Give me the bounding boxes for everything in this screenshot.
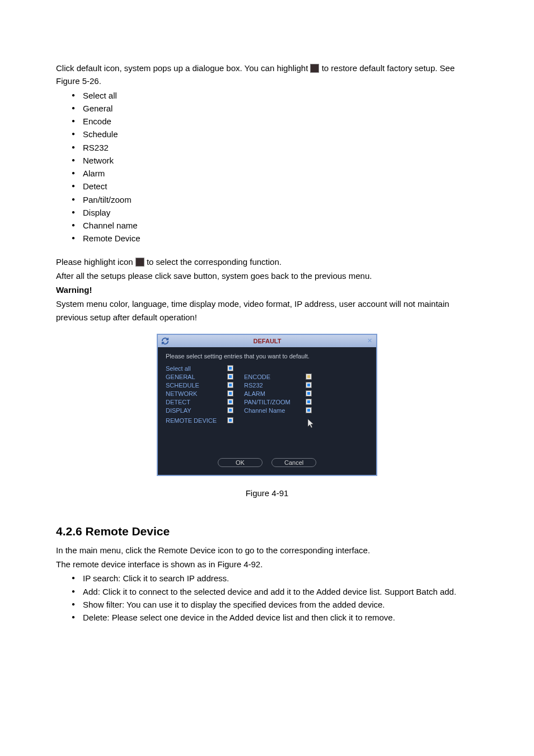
dialog-title: DEFAULT bbox=[170, 338, 365, 344]
list-item: Encode bbox=[72, 115, 478, 128]
paragraph-intro: Click default icon, system pops up a dia… bbox=[56, 62, 478, 88]
list-item-label: Delete: Please select one device in the … bbox=[83, 613, 395, 622]
option-label-alarm: ALARM bbox=[244, 390, 306, 397]
list-item: RS232 bbox=[72, 141, 478, 154]
checkbox-encode[interactable] bbox=[306, 374, 312, 380]
highlight-box-icon bbox=[310, 64, 319, 73]
option-label-rs232: RS232 bbox=[244, 382, 306, 389]
options-list: Select all General Encode Schedule RS232… bbox=[56, 89, 478, 245]
section-heading-remote-device: 4.2.6 Remote Device bbox=[56, 525, 478, 538]
checkbox-network[interactable] bbox=[227, 390, 233, 396]
checkbox-pantilt[interactable] bbox=[306, 399, 312, 405]
checkbox-schedule[interactable] bbox=[227, 382, 233, 388]
list-item: Network bbox=[72, 154, 478, 167]
list-item: Channel name bbox=[72, 219, 478, 232]
checkbox-rs232[interactable] bbox=[306, 382, 312, 388]
option-label-remote: REMOTE DEVICE bbox=[166, 417, 227, 424]
highlight-box-icon bbox=[135, 258, 144, 267]
option-label-pantilt: PAN/TILT/ZOOM bbox=[244, 399, 306, 405]
default-dialog: DEFAULT ✕ Please select setting entries … bbox=[157, 334, 377, 476]
option-label-network: NETWORK bbox=[166, 390, 227, 397]
list-item: Alarm bbox=[72, 167, 478, 180]
option-label-channel: Channel Name bbox=[244, 407, 306, 414]
list-item: Pan/tilt/zoom bbox=[72, 193, 478, 206]
checkbox-select-all[interactable] bbox=[227, 365, 233, 371]
cancel-button[interactable]: Cancel bbox=[271, 458, 316, 467]
close-icon[interactable]: ✕ bbox=[365, 337, 374, 346]
remote-device-list: IP search: Click it to search IP address… bbox=[56, 572, 478, 624]
dialog-body: Please select setting entries that you w… bbox=[158, 347, 376, 475]
list-item-label: Alarm bbox=[83, 169, 105, 178]
option-label-detect: DETECT bbox=[166, 399, 227, 405]
figure-caption: Figure 4-91 bbox=[56, 488, 478, 498]
list-item: Detect bbox=[72, 180, 478, 193]
checkbox-channel[interactable] bbox=[306, 407, 312, 413]
list-item-label: Add: Click it to connect to the selected… bbox=[83, 587, 456, 596]
paragraph-warning-body: System menu color, language, time displa… bbox=[56, 297, 478, 324]
list-item: Display bbox=[72, 206, 478, 219]
figure-container: DEFAULT ✕ Please select setting entries … bbox=[56, 334, 478, 498]
list-item: Remote Device bbox=[72, 232, 478, 245]
refresh-icon bbox=[160, 336, 170, 346]
list-item: Add: Click it to connect to the selected… bbox=[72, 585, 478, 598]
text-fragment: Please highlight icon bbox=[56, 257, 135, 267]
list-item-label: Select all bbox=[83, 91, 117, 100]
option-label-display: DISPLAY bbox=[166, 407, 227, 414]
list-item-label: RS232 bbox=[83, 143, 109, 152]
list-item-label: Display bbox=[83, 208, 110, 217]
paragraph-remote-1: In the main menu, click the Remote Devic… bbox=[56, 544, 478, 557]
text-fragment: to select the corresponding function. bbox=[147, 257, 282, 267]
paragraph-highlight: Please highlight icon to select the corr… bbox=[56, 255, 478, 268]
ok-button[interactable]: OK bbox=[218, 458, 263, 467]
dialog-options-grid: Select all GENERAL ENCODE SCHEDULE RS232… bbox=[166, 365, 368, 426]
dialog-instruction: Please select setting entries that you w… bbox=[166, 353, 368, 360]
list-item: Delete: Please select one device in the … bbox=[72, 611, 478, 624]
text-fragment: Click default icon, system pops up a dia… bbox=[56, 63, 310, 73]
paragraph-save: After all the setups please click save b… bbox=[56, 269, 478, 282]
list-item-label: General bbox=[83, 104, 113, 113]
checkbox-remote[interactable] bbox=[227, 417, 233, 423]
option-label-general: GENERAL bbox=[166, 374, 227, 380]
list-item-label: Encode bbox=[83, 116, 111, 126]
list-item: General bbox=[72, 102, 478, 115]
list-item-label: Pan/tilt/zoom bbox=[83, 195, 132, 204]
list-item: Schedule bbox=[72, 128, 478, 141]
warning-heading: Warning! bbox=[56, 283, 478, 296]
list-item-label: Show filter: You can use it to display t… bbox=[83, 600, 385, 609]
list-item-label: IP search: Click it to search IP address… bbox=[83, 573, 229, 583]
option-label-schedule: SCHEDULE bbox=[166, 382, 227, 389]
dialog-button-row: OK Cancel bbox=[166, 457, 368, 467]
checkbox-general[interactable] bbox=[227, 374, 233, 380]
list-item-label: Schedule bbox=[83, 129, 118, 139]
list-item: IP search: Click it to search IP address… bbox=[72, 572, 478, 585]
list-item-label: Remote Device bbox=[83, 234, 140, 243]
dialog-titlebar: DEFAULT ✕ bbox=[158, 335, 376, 347]
checkbox-detect[interactable] bbox=[227, 399, 233, 405]
option-label-encode: ENCODE bbox=[244, 374, 306, 380]
paragraph-remote-2: The remote device interface is shown as … bbox=[56, 558, 478, 571]
cursor-icon bbox=[308, 419, 325, 429]
list-item-label: Detect bbox=[83, 181, 107, 191]
list-item: Select all bbox=[72, 89, 478, 102]
option-label-select-all: Select all bbox=[166, 365, 227, 372]
list-item: Show filter: You can use it to display t… bbox=[72, 598, 478, 611]
list-item-label: Network bbox=[83, 156, 114, 165]
checkbox-display[interactable] bbox=[227, 407, 233, 413]
list-item-label: Channel name bbox=[83, 221, 138, 230]
checkbox-alarm[interactable] bbox=[306, 390, 312, 396]
